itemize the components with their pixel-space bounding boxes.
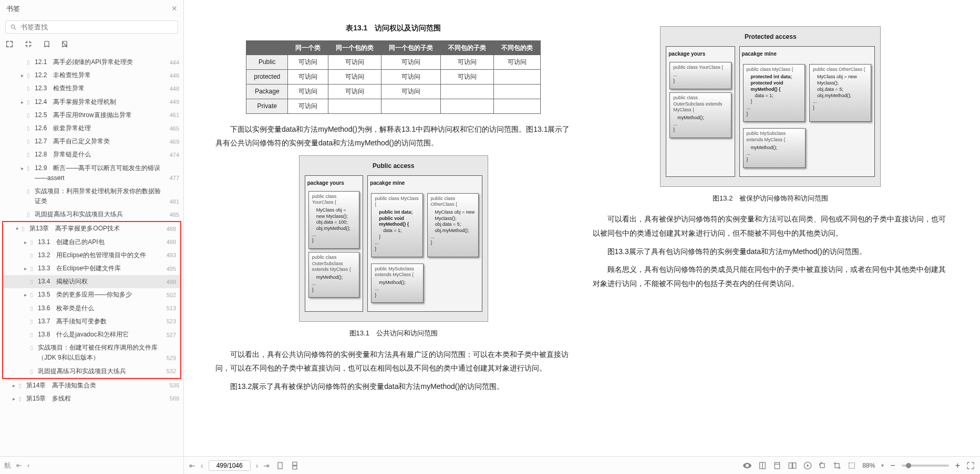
read-mode-icon[interactable] bbox=[758, 461, 767, 470]
expand-arrow-icon[interactable]: ▸ bbox=[19, 98, 25, 107]
bookmark-item[interactable]: ▸▯13.1 创建自己的API包488 bbox=[3, 236, 180, 249]
play-icon[interactable] bbox=[803, 461, 812, 470]
table-cell: 可访问 bbox=[441, 70, 494, 85]
expand-arrow-icon[interactable]: ▸ bbox=[22, 238, 28, 247]
prev-page-icon[interactable]: ‹ bbox=[27, 461, 29, 469]
first-page-icon[interactable]: ⇤ bbox=[16, 461, 22, 469]
first-page-button[interactable]: ⇤ bbox=[189, 461, 195, 470]
bookmark-item[interactable]: ▸▯13.3 在Eclipse中创建文件库495 bbox=[3, 262, 180, 275]
bookmark-leaf-icon: ▯ bbox=[25, 85, 32, 93]
bookmark-item[interactable]: ▯巩固提高练习和实战项目大练兵485 bbox=[0, 208, 183, 221]
fullscreen-icon[interactable] bbox=[966, 461, 975, 470]
bookmark-item[interactable]: ▯13.6 枚举类是什么513 bbox=[3, 302, 180, 315]
bookmark-item[interactable]: ▯13.2 用Eclipse的包管理项目中的文件493 bbox=[3, 249, 180, 262]
bookmark-leaf-icon: ▯ bbox=[28, 238, 35, 247]
table-title: 表13.1 访问权以及访问范围 bbox=[215, 21, 572, 35]
table-header: 同一个类 bbox=[288, 40, 328, 55]
table-header bbox=[246, 40, 288, 55]
search-icon bbox=[10, 24, 17, 31]
collapse-arrow-icon[interactable]: ▾ bbox=[14, 225, 20, 233]
svg-rect-3 bbox=[293, 466, 297, 469]
bookmark-leaf-icon: ▯ bbox=[25, 124, 32, 133]
bookmark-toolbar bbox=[0, 37, 183, 54]
chapter-row[interactable]: ▾ ▯ 第13章 高手掌握更多OOP技术 488 bbox=[3, 222, 180, 235]
prev-page-button[interactable]: ‹ bbox=[201, 461, 203, 470]
bookmark-item[interactable]: ▯实战项目：利用异常处理机制开发你的数据验证类481 bbox=[0, 185, 183, 208]
table-cell: protected bbox=[246, 70, 288, 85]
last-page-button[interactable]: ⇥ bbox=[263, 461, 270, 470]
bookmark-item[interactable]: ▯12.7 高手自己定义异常类469 bbox=[0, 135, 183, 148]
zoom-slider[interactable] bbox=[902, 465, 949, 467]
bookmark-item[interactable]: ▸▯第14章 高手须知集合类535 bbox=[0, 379, 183, 392]
bookmark-leaf-icon: ▯ bbox=[25, 111, 32, 120]
bookmark-item[interactable]: ▯12.3 检查性异常448 bbox=[0, 82, 183, 95]
paragraph: 可以看出，具有公共访问修饰符的实例变量和方法具有最广泛的访问范围：可以在本类和子… bbox=[215, 347, 572, 375]
zoom-out-button[interactable]: − bbox=[890, 461, 895, 470]
two-page-icon[interactable] bbox=[788, 461, 797, 470]
table-cell: 可访问 bbox=[288, 70, 328, 85]
bookmark-leaf-icon: ▯ bbox=[25, 187, 32, 196]
figure-caption: 图13.1 公共访问和访问范围 bbox=[215, 327, 572, 340]
expand-arrow-icon[interactable]: ▸ bbox=[22, 291, 28, 299]
bookmark-item[interactable]: ▸▯12.9 断言——高手可以断言可能发生的错误——assert477 bbox=[0, 162, 183, 185]
expand-icon[interactable] bbox=[5, 40, 14, 50]
bookmark-item[interactable]: ▯12.8 异常链是什么474 bbox=[0, 148, 183, 161]
table-cell: 可访问 bbox=[328, 70, 381, 85]
bookmark-item[interactable]: ▸▯12.4 高手掌握异常处理机制449 bbox=[0, 96, 183, 109]
bookmark-remove-icon[interactable] bbox=[61, 40, 68, 50]
bookmark-leaf-icon: ▯ bbox=[28, 251, 35, 260]
statusbar: ⇤ ‹ › ⇥ 88% ▾ − + bbox=[184, 456, 980, 474]
bookmark-item[interactable]: ▯实战项目：创建可被任何程序调用的文件库（JDK 9和以后版本）529 bbox=[3, 341, 180, 364]
bookmark-item[interactable]: ▯12.5 高手应用throw直接抛出异常461 bbox=[0, 109, 183, 122]
bookmark-icon[interactable] bbox=[43, 40, 50, 50]
crop-icon[interactable] bbox=[833, 461, 841, 470]
bookmark-item[interactable]: ▯13.7 高手须知可变参数523 bbox=[3, 315, 180, 328]
bookmark-search[interactable] bbox=[5, 20, 178, 34]
expand-arrow-icon[interactable]: ▸ bbox=[11, 382, 17, 390]
table-cell: 可访问 bbox=[328, 84, 381, 99]
next-page-button[interactable]: › bbox=[256, 461, 259, 470]
bookmark-item[interactable]: ▯12.6 嵌套异常处理465 bbox=[0, 122, 183, 135]
table-cell: 可访问 bbox=[288, 99, 328, 113]
bookmark-item[interactable]: ▸▯12.2 非检查性异常446 bbox=[0, 69, 183, 82]
nav-label: 航 bbox=[4, 461, 11, 470]
paragraph: 图13.3展示了具有包访问修饰符的实例变量data和方法myMethod()的访… bbox=[593, 245, 949, 259]
zoom-value: 88% bbox=[862, 462, 875, 469]
table-cell: Private bbox=[246, 99, 288, 113]
zoom-in-button[interactable]: + bbox=[955, 461, 960, 470]
svg-rect-1 bbox=[278, 462, 282, 469]
bookmark-item[interactable]: ▸▯第15章 多线程588 bbox=[0, 392, 183, 405]
collapse-icon[interactable] bbox=[24, 40, 33, 50]
page-number-input[interactable] bbox=[209, 460, 251, 471]
table-cell bbox=[381, 99, 441, 113]
fit-page-icon[interactable] bbox=[848, 461, 856, 470]
single-page-icon[interactable] bbox=[276, 461, 284, 470]
paragraph: 顾名思义，具有包访问修饰符的类成员只能在同包中的子类中被直接访问，或者在同包中其… bbox=[593, 262, 949, 290]
expand-arrow-icon[interactable]: ▸ bbox=[19, 164, 25, 173]
expand-arrow-icon[interactable]: ▸ bbox=[19, 71, 25, 80]
expand-arrow-icon[interactable]: ▸ bbox=[22, 265, 28, 273]
rotate-icon[interactable] bbox=[818, 461, 827, 470]
page-left: 表13.1 访问权以及访问范围 同一个类同一个包的类同一个包的子类不同包的子类不… bbox=[215, 21, 572, 435]
bookmark-leaf-icon: ▯ bbox=[25, 151, 32, 159]
chapter-highlight: ▾ ▯ 第13章 高手掌握更多OOP技术 488 ▸▯13.1 创建自己的API… bbox=[2, 221, 181, 378]
sidebar-header: 书签 × bbox=[0, 0, 183, 17]
zoom-dropdown-icon[interactable]: ▾ bbox=[881, 462, 884, 468]
bookmark-item[interactable]: ▯13.4 揭秘访问权498 bbox=[3, 275, 180, 288]
table-cell bbox=[441, 99, 494, 113]
sidebar-title: 书签 bbox=[6, 4, 20, 14]
continuous-page-icon[interactable] bbox=[291, 461, 299, 470]
bookmark-leaf-icon: ▯ bbox=[28, 318, 35, 326]
close-sidebar-button[interactable]: × bbox=[171, 3, 177, 14]
table-header: 不同包的子类 bbox=[441, 40, 494, 55]
bookmark-item[interactable]: ▯13.8 什么是javadoc和怎样用它527 bbox=[3, 328, 180, 341]
eye-icon[interactable] bbox=[742, 461, 752, 470]
bookmark-tree: ▯12.1 高手必须懂的API异常处理类444▸▯12.2 非检查性异常446▯… bbox=[0, 54, 183, 456]
bookmark-item[interactable]: ▯巩固提高练习和实战项目大练兵532 bbox=[3, 365, 180, 378]
expand-arrow-icon[interactable]: ▸ bbox=[11, 395, 17, 403]
bookmark-item[interactable]: ▸▯13.5 类的更多应用——你知多少502 bbox=[3, 288, 180, 301]
bookmark-item[interactable]: ▯12.1 高手必须懂的API异常处理类444 bbox=[0, 56, 183, 69]
page-layout-icon[interactable] bbox=[773, 461, 781, 470]
bookmark-leaf-icon: ▯ bbox=[20, 225, 26, 233]
search-input[interactable] bbox=[20, 23, 173, 31]
